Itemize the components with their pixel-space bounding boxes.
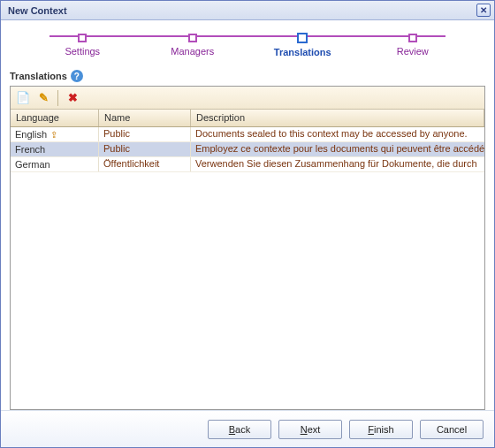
step-translations[interactable]: Translations xyxy=(263,33,342,57)
step-label: Managers xyxy=(171,46,214,57)
edit-translation-button[interactable]: ✎ xyxy=(34,89,52,107)
table-row[interactable]: French Public Employez ce contexte pour … xyxy=(11,142,484,157)
new-icon: 📄 xyxy=(16,91,30,104)
section-header: Translations ? xyxy=(1,65,494,86)
step-managers[interactable]: Managers xyxy=(153,34,232,57)
default-language-icon: ⇪ xyxy=(50,130,57,140)
column-header-description[interactable]: Description xyxy=(191,110,484,126)
cell-description: Verwenden Sie diesen Zusammenhang für Do… xyxy=(191,157,484,171)
cell-description: Employez ce contexte pour les documents … xyxy=(191,142,484,156)
cell-language: French xyxy=(11,142,99,156)
column-header-language[interactable]: Language xyxy=(11,110,99,126)
language-text: French xyxy=(15,144,45,155)
table-row[interactable]: German Öffentlichkeit Verwenden Sie dies… xyxy=(11,157,484,172)
step-label: Review xyxy=(397,46,429,57)
step-settings[interactable]: Settings xyxy=(42,34,122,57)
back-button[interactable]: Back xyxy=(208,420,271,439)
close-icon: ✕ xyxy=(480,5,487,15)
table-row[interactable]: English ⇪ Public Documents sealed to thi… xyxy=(11,127,484,142)
titlebar: New Context ✕ xyxy=(1,1,494,20)
wizard-stepper: Settings Managers Translations Review xyxy=(1,20,494,65)
language-text: German xyxy=(15,159,50,170)
cell-language: English ⇪ xyxy=(11,127,99,141)
step-review[interactable]: Review xyxy=(373,34,453,57)
next-button[interactable]: Next xyxy=(278,420,342,439)
close-button[interactable]: ✕ xyxy=(476,4,491,17)
edit-icon: ✎ xyxy=(39,91,49,104)
section-title: Translations xyxy=(10,71,67,81)
help-icon[interactable]: ? xyxy=(71,70,83,82)
cell-description: Documents sealed to this context may be … xyxy=(191,127,484,141)
language-text: English xyxy=(15,129,47,140)
grid-body: English ⇪ Public Documents sealed to thi… xyxy=(11,127,484,409)
step-box-icon xyxy=(188,34,197,42)
step-box-icon xyxy=(297,33,308,43)
window-title: New Context xyxy=(8,5,476,16)
grid-column-headers: Language Name Description xyxy=(11,110,484,127)
column-header-name[interactable]: Name xyxy=(99,110,191,126)
cancel-label: Cancel xyxy=(437,424,467,435)
toolbar-separator xyxy=(57,90,58,106)
cell-name: Public xyxy=(99,142,191,156)
cell-language: German xyxy=(11,157,99,171)
dialog-button-bar: Back Next Finish Cancel xyxy=(1,410,494,447)
step-box-icon xyxy=(78,34,87,42)
dialog-new-context: New Context ✕ Settings Managers Translat… xyxy=(0,0,495,448)
step-label: Settings xyxy=(65,46,100,57)
grid-toolbar: 📄 ✎ ✖ xyxy=(11,87,484,110)
translations-grid: 📄 ✎ ✖ Language Name Description English … xyxy=(10,86,485,410)
cancel-button[interactable]: Cancel xyxy=(420,420,484,439)
finish-button[interactable]: Finish xyxy=(349,420,413,439)
new-translation-button[interactable]: 📄 xyxy=(14,89,32,107)
delete-translation-button[interactable]: ✖ xyxy=(64,89,81,107)
cell-name: Öffentlichkeit xyxy=(99,157,191,171)
delete-icon: ✖ xyxy=(68,91,78,104)
step-box-icon xyxy=(408,34,417,42)
cell-name: Public xyxy=(99,127,191,141)
step-label: Translations xyxy=(274,47,331,57)
